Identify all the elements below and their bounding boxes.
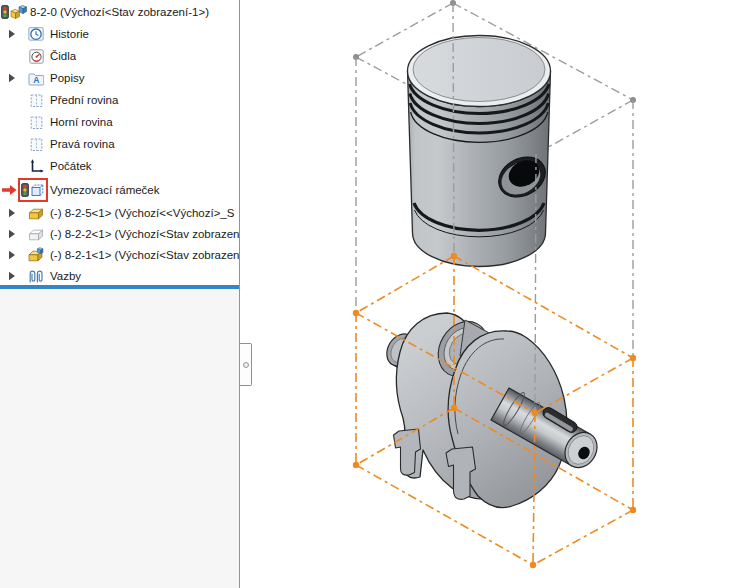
- tree-item-prava-rovina[interactable]: Pravá rovina: [0, 133, 239, 155]
- tree-item-label: Vazby: [50, 270, 81, 282]
- tree-item-label: Pravá rovina: [50, 138, 115, 150]
- svg-text:A: A: [33, 75, 39, 85]
- tree-item-label: Počátek: [50, 160, 92, 172]
- tree-item-horni-rovina[interactable]: Horní rovina: [0, 111, 239, 133]
- part-icon: [27, 206, 45, 220]
- tree-item-predni-rovina[interactable]: Přední rovina: [0, 89, 239, 111]
- panel-empty-area: [0, 289, 239, 588]
- expand-arrow-icon[interactable]: [7, 271, 16, 281]
- origin-icon: [27, 159, 45, 174]
- feature-tree: 8-2-0 (Výchozí<Stav zobrazení-1>) Histor…: [0, 1, 239, 286]
- annotation-highlight-box: [18, 178, 48, 202]
- tree-item-pocatek[interactable]: Počátek: [0, 155, 239, 177]
- panel-collapse-handle[interactable]: [240, 343, 252, 386]
- plane-icon: [27, 93, 45, 108]
- tree-item-root-assembly[interactable]: 8-2-0 (Výchozí<Stav zobrazení-1>): [0, 1, 239, 23]
- traffic-light-icon: [0, 5, 9, 19]
- bounding-box-icon: [30, 183, 45, 197]
- tree-item-popisy[interactable]: A Popisy: [0, 67, 239, 89]
- expand-arrow-icon[interactable]: [7, 29, 16, 39]
- piston-model[interactable]: [408, 36, 553, 267]
- tree-item-cidla[interactable]: Čidla: [0, 45, 239, 67]
- history-icon: [27, 26, 45, 42]
- plane-icon: [27, 137, 45, 152]
- plane-icon: [27, 115, 45, 130]
- annotation-arrow-icon: [2, 184, 17, 196]
- tree-item-label: Historie: [50, 28, 89, 40]
- mates-paperclip-icon: [27, 269, 45, 283]
- tree-item-label: Čidla: [50, 50, 76, 62]
- annotations-icon: A: [27, 71, 45, 86]
- expand-arrow-icon[interactable]: [7, 73, 16, 83]
- tree-item-label: Vymezovací rámeček: [50, 184, 160, 196]
- part-with-cube-icon: [27, 247, 45, 262]
- feature-manager-panel: 8-2-0 (Výchozí<Stav zobrazení-1>) Histor…: [0, 0, 240, 588]
- traffic-light-icon: [21, 183, 29, 197]
- tree-item-vymezovaci-ramecek[interactable]: Vymezovací rámeček: [0, 177, 239, 202]
- tree-item-vazby[interactable]: Vazby: [0, 265, 239, 286]
- tree-item-component-8-2-1[interactable]: (-) 8-2-1<1> (Výchozí<Stav zobrazen: [0, 244, 239, 265]
- tree-item-label: (-) 8-2-5<1> (Výchozí<<Výchozí>_S: [50, 207, 234, 219]
- tree-item-historie[interactable]: Historie: [0, 23, 239, 45]
- crankshaft-model[interactable]: [381, 312, 603, 507]
- expand-arrow-icon[interactable]: [7, 208, 16, 218]
- panel-border: [239, 0, 240, 588]
- tree-item-label: Popisy: [50, 72, 85, 84]
- hidden-part-icon: [27, 227, 45, 241]
- tree-item-label: (-) 8-2-1<1> (Výchozí<Stav zobrazen: [50, 249, 239, 261]
- collapse-handle-dot: [243, 362, 249, 368]
- expand-arrow-icon[interactable]: [7, 229, 16, 239]
- sensors-icon: [27, 49, 45, 64]
- tree-item-label: Přední rovina: [50, 94, 118, 106]
- tree-item-label: (-) 8-2-2<1> (Výchozí<Stav zobrazen: [50, 228, 239, 240]
- tree-item-component-8-2-5[interactable]: (-) 8-2-5<1> (Výchozí<<Výchozí>_S: [0, 202, 239, 223]
- tree-item-label: 8-2-0 (Výchozí<Stav zobrazení-1>): [30, 6, 209, 18]
- assembly-icon: [10, 5, 27, 20]
- tree-item-component-8-2-2[interactable]: (-) 8-2-2<1> (Výchozí<Stav zobrazen: [0, 223, 239, 244]
- expand-arrow-icon[interactable]: [7, 250, 16, 260]
- tree-item-label: Horní rovina: [50, 116, 113, 128]
- solidworks-window: 8-2-0 (Výchozí<Stav zobrazení-1>) Histor…: [0, 0, 750, 588]
